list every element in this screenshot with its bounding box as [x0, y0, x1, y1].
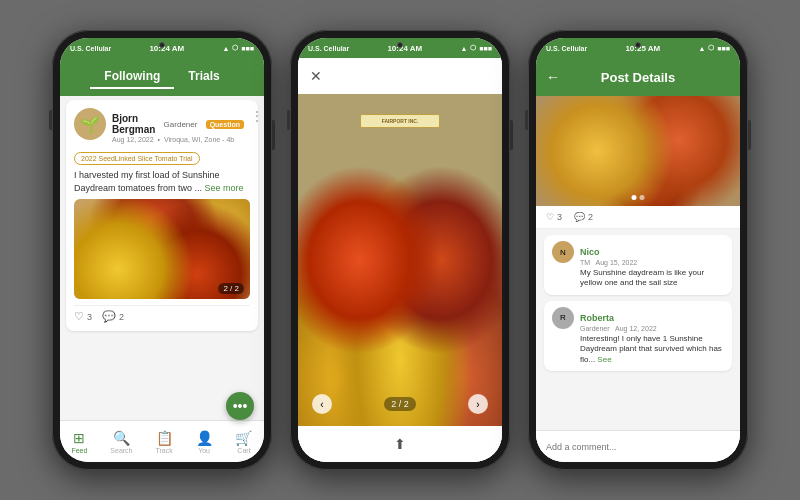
- detail-header: ← Post Details: [536, 58, 740, 96]
- image-viewer: FAIRPORT INC. ‹ 2 / 2 › ⬆: [298, 94, 502, 462]
- nav-you-label: You: [198, 447, 210, 454]
- image-counter: 2 / 2: [218, 283, 244, 294]
- detail-reactions: ♡ 3 💬 2: [536, 206, 740, 229]
- post-meta: Bjorn Bergman Gardener Question Aug 12, …: [112, 108, 244, 143]
- detail-content: ♡ 3 💬 2 N Nico: [536, 96, 740, 462]
- more-options-icon[interactable]: ⋮: [250, 108, 264, 124]
- track-icon: 📋: [156, 430, 173, 446]
- comment-1-text: My Sunshine daydream is like your yellow…: [580, 268, 724, 289]
- battery-phone3: ▲ ⬡ ■■■: [698, 44, 730, 52]
- date-text: Aug 12, 2022: [112, 136, 154, 143]
- post-images[interactable]: 2 / 2: [74, 199, 250, 299]
- battery-phone1: ▲ ⬡ ■■■: [222, 44, 254, 52]
- comment-icon-detail: 💬: [574, 212, 585, 222]
- tab-following[interactable]: Following: [90, 65, 174, 89]
- nav-feed[interactable]: ⊞ Feed: [71, 430, 87, 454]
- image-dots: [632, 195, 645, 200]
- dot-2: [640, 195, 645, 200]
- tab-trials[interactable]: Trials: [174, 65, 233, 89]
- volume-button-3: [525, 110, 528, 130]
- detail-image[interactable]: [536, 96, 740, 206]
- wifi-icon: ⬡: [232, 44, 238, 52]
- image-page-counter: 2 / 2: [384, 397, 416, 411]
- comment-2-text: Interesting! I only have 1 Sunshine Dayd…: [580, 334, 724, 365]
- detail-likes[interactable]: ♡ 3: [546, 212, 562, 222]
- ruler-overlay: FAIRPORT INC.: [360, 114, 440, 128]
- viewer-header: ✕: [298, 58, 502, 94]
- status-bar-phone1: U.S. Cellular 10:24 AM ▲ ⬡ ■■■: [60, 38, 264, 58]
- camera-notch: [159, 42, 165, 48]
- share-icon[interactable]: ⬆: [394, 436, 406, 452]
- time-phone3: 10:25 AM: [625, 44, 660, 53]
- detail-page-title: Post Details: [568, 70, 708, 85]
- status-bar-phone2: U.S. Cellular 10:24 AM ▲ ⬡ ■■■: [298, 38, 502, 58]
- post-card: 🌱 Bjorn Bergman Gardener Question: [66, 100, 258, 331]
- app-header-phone1: Following Trials: [60, 58, 264, 96]
- carrier-phone3: U.S. Cellular: [546, 45, 587, 52]
- prev-image-button[interactable]: ‹: [312, 394, 332, 414]
- user-badge: Question: [206, 120, 244, 129]
- like-button[interactable]: ♡ 3: [74, 310, 92, 323]
- phone-2: U.S. Cellular 10:24 AM ▲ ⬡ ■■■ ✕ FAIRPOR…: [290, 30, 510, 470]
- fab-button[interactable]: •••: [226, 392, 254, 420]
- camera-notch-3: [635, 42, 641, 48]
- cart-icon: 🛒: [235, 430, 252, 446]
- comment-2-body: Roberta Gardener Aug 12, 2022 Interestin…: [580, 307, 724, 365]
- avatar-bjorn: 🌱: [74, 108, 106, 140]
- feed-icon: ⊞: [73, 430, 85, 446]
- back-button[interactable]: ←: [546, 69, 560, 85]
- phone-1: U.S. Cellular 10:24 AM ▲ ⬡ ■■■ Following…: [52, 30, 272, 470]
- power-button-2: [510, 120, 513, 150]
- dot-1: [632, 195, 637, 200]
- carrier-phone1: U.S. Cellular: [70, 45, 111, 52]
- see-more-comment-2[interactable]: See: [597, 355, 611, 364]
- post-username: Bjorn Bergman: [112, 113, 155, 135]
- time-phone1: 10:24 AM: [149, 44, 184, 53]
- carrier-phone2: U.S. Cellular: [308, 45, 349, 52]
- camera-notch-2: [397, 42, 403, 48]
- post-role: Gardener: [164, 120, 198, 129]
- detail-comment-count: 2: [588, 212, 593, 222]
- post-trial-tag[interactable]: 2022 SeedLinked Slice Tomato Trial: [74, 152, 200, 165]
- commenter-1-meta: TM Aug 15, 2022: [580, 259, 724, 266]
- nav-search[interactable]: 🔍 Search: [110, 430, 132, 454]
- post-name-row: Bjorn Bergman Gardener Question: [112, 113, 244, 135]
- nav-track[interactable]: 📋 Track: [155, 430, 172, 454]
- comment-1: N Nico TM Aug 15, 2022 My Sunshine daydr…: [544, 235, 732, 295]
- battery-icon-3: ■■■: [717, 45, 730, 52]
- detail-comments[interactable]: 💬 2: [574, 212, 593, 222]
- battery-icon: ■■■: [241, 45, 254, 52]
- tab-bar: Following Trials: [70, 65, 254, 89]
- close-viewer-icon[interactable]: ✕: [310, 68, 322, 84]
- see-more-link[interactable]: See more: [205, 183, 244, 193]
- commenter-1-name: Nico: [580, 247, 600, 257]
- wifi-icon-2: ⬡: [470, 44, 476, 52]
- tomato-viewer-art: [298, 94, 502, 426]
- profile-icon: 👤: [196, 430, 213, 446]
- next-image-button[interactable]: ›: [468, 394, 488, 414]
- phone-3: U.S. Cellular 10:25 AM ▲ ⬡ ■■■ ← Post De…: [528, 30, 748, 470]
- comment-button[interactable]: 💬 2: [102, 310, 124, 323]
- comment-input[interactable]: [546, 442, 730, 452]
- battery-phone2: ▲ ⬡ ■■■: [460, 44, 492, 52]
- feed-content: 🌱 Bjorn Bergman Gardener Question: [60, 96, 264, 420]
- add-comment-bar: [536, 430, 740, 462]
- full-image[interactable]: FAIRPORT INC. ‹ 2 / 2 ›: [298, 94, 502, 426]
- comments-section: N Nico TM Aug 15, 2022 My Sunshine daydr…: [536, 229, 740, 430]
- nav-feed-label: Feed: [71, 447, 87, 454]
- location-text: Viroqua, WI, Zone - 4b: [164, 136, 234, 143]
- time-phone2: 10:24 AM: [387, 44, 422, 53]
- volume-button: [49, 110, 52, 130]
- nav-you[interactable]: 👤 You: [196, 430, 213, 454]
- heart-icon: ♡: [74, 310, 84, 323]
- power-button: [272, 120, 275, 150]
- nav-cart[interactable]: 🛒 Cart: [235, 430, 252, 454]
- viewer-toolbar: ⬆: [298, 426, 502, 462]
- wifi-icon-3: ⬡: [708, 44, 714, 52]
- comment-2: R Roberta Gardener Aug 12, 2022 Interest…: [544, 301, 732, 371]
- image-navigation: ‹ 2 / 2 ›: [298, 394, 502, 414]
- detail-tomato-art: [536, 96, 740, 206]
- post-header: 🌱 Bjorn Bergman Gardener Question: [74, 108, 250, 143]
- detail-like-count: 3: [557, 212, 562, 222]
- signal-icon-3: ▲: [698, 45, 705, 52]
